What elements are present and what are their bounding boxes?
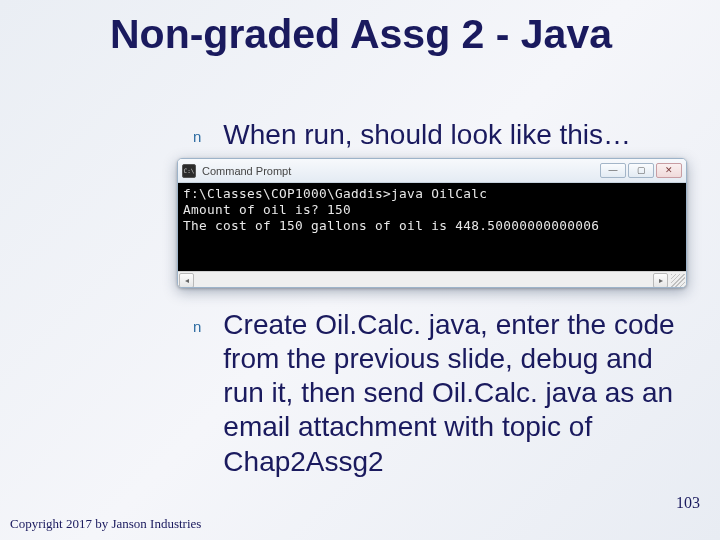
bullet-item-2: n Create Oil.Calc. java, enter the code … [193,308,700,479]
window-controls: — ▢ ✕ [600,163,682,178]
bullet-marker: n [193,318,201,335]
command-prompt-window: C:\ Command Prompt — ▢ ✕ f:\Classes\COP1… [177,158,687,288]
minimize-button[interactable]: — [600,163,626,178]
close-button[interactable]: ✕ [656,163,682,178]
horizontal-scrollbar[interactable]: ◂ ▸ [178,271,686,288]
close-icon: ✕ [665,166,673,175]
resize-grip-icon[interactable] [671,274,685,288]
bullet-text-2: Create Oil.Calc. java, enter the code fr… [223,308,700,479]
console-line-3: The cost of 150 gallons of oil is 448.50… [183,218,599,233]
icon-glyph: C:\ [184,168,195,174]
scroll-left-button[interactable]: ◂ [179,273,194,288]
window-title: Command Prompt [202,165,600,177]
slide-number: 103 [676,494,700,512]
titlebar: C:\ Command Prompt — ▢ ✕ [178,159,686,183]
bullet-text-1: When run, should look like this… [223,118,631,152]
maximize-button[interactable]: ▢ [628,163,654,178]
console-line-2: Amount of oil is? 150 [183,202,351,217]
minimize-icon: — [609,166,618,175]
bullet-item-1: n When run, should look like this… [193,118,700,152]
console-line-1: f:\Classes\COP1000\Gaddis>java OilCalc [183,186,487,201]
slide-title: Non-graded Assg 2 - Java [110,12,612,56]
chevron-left-icon: ◂ [185,276,189,285]
scroll-right-button[interactable]: ▸ [653,273,668,288]
maximize-icon: ▢ [637,166,646,175]
bullet-marker: n [193,128,201,145]
console-output: f:\Classes\COP1000\Gaddis>java OilCalc A… [178,183,686,271]
command-prompt-icon: C:\ [182,164,196,178]
chevron-right-icon: ▸ [659,276,663,285]
copyright-footer: Copyright 2017 by Janson Industries [10,516,201,532]
